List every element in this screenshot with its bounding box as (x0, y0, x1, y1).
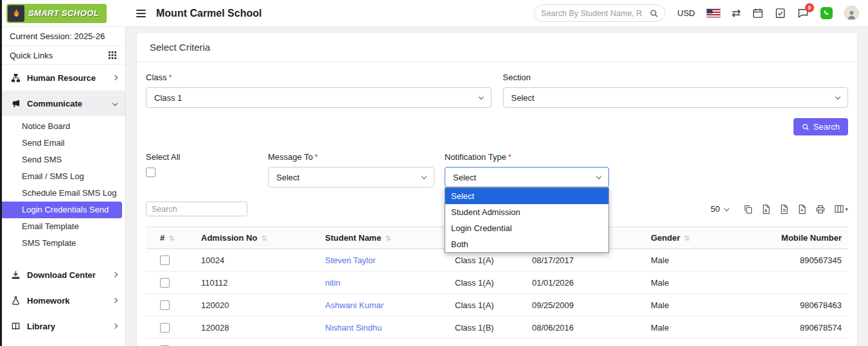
table-search-input[interactable] (146, 202, 247, 216)
table-row: 120028 Nishant Sindhu Class 1(B) 08/06/2… (146, 316, 848, 339)
dropdown-option-select[interactable]: Select (445, 188, 608, 204)
flask-icon (10, 296, 21, 306)
chevron-down-icon (112, 101, 118, 106)
select-all-checkbox[interactable] (146, 168, 155, 177)
dropdown-option-login-credential[interactable]: Login Credential (445, 220, 608, 236)
sidebar-item-send-sms[interactable]: Send SMS (2, 151, 125, 168)
chat-icon[interactable]: 0 (797, 8, 809, 19)
sidebar-item-label: Homework (27, 296, 107, 306)
dob-cell: 11/23/2006 (527, 339, 646, 346)
notification-type-label: Notification Type* (445, 152, 609, 162)
sidebar-item-email-sms-log[interactable]: Email / SMS Log (2, 168, 125, 185)
col-header-index[interactable]: #⇅ (146, 227, 196, 249)
mobile-cell: 980678463 (742, 294, 848, 316)
chevron-right-icon (112, 75, 118, 80)
col-header-admission-no[interactable]: Admission No⇅ (196, 227, 320, 249)
gender-cell: Male (646, 272, 742, 294)
column-visibility-icon[interactable]: ▾ (834, 204, 848, 214)
excel-export-icon[interactable] (761, 204, 771, 214)
sidebar-item-download-center[interactable]: Download Center (2, 262, 125, 288)
search-icon[interactable] (650, 9, 659, 18)
row-checkbox[interactable] (160, 323, 170, 333)
sidebar-item-library[interactable]: Library (2, 313, 125, 339)
criteria-form: Class* Class 1 Section Select (146, 73, 848, 108)
required-marker: * (508, 152, 511, 162)
search-button-row: Search (146, 118, 848, 135)
student-name-link[interactable]: nitin (325, 278, 341, 288)
user-avatar[interactable] (844, 6, 859, 21)
global-search[interactable] (534, 4, 666, 22)
current-session: Current Session: 2025-26 (2, 27, 125, 46)
csv-export-icon[interactable] (779, 204, 789, 214)
whatsapp-icon[interactable] (820, 7, 833, 19)
row-checkbox[interactable] (160, 278, 170, 288)
row-checkbox[interactable] (160, 255, 170, 265)
currency-selector[interactable]: USD (677, 8, 695, 18)
copy-icon[interactable] (743, 204, 753, 214)
class-select[interactable]: Class 1 (146, 87, 492, 108)
card-body: Class* Class 1 Section Select Search (137, 73, 857, 346)
sidebar-item-label: Human Resource (27, 73, 107, 83)
global-search-input[interactable] (541, 9, 650, 18)
table-row: 125005 Nehal Wadhera Class 1(A) 11/23/20… (146, 339, 848, 346)
select-all-label: Select All (146, 152, 268, 162)
message-to-select[interactable]: Select (268, 167, 434, 187)
section-label: Section (503, 73, 849, 82)
gender-cell: Male (646, 249, 742, 272)
tasks-icon[interactable] (775, 8, 786, 19)
student-name-link[interactable]: Steven Taylor (325, 255, 376, 265)
logo-flame-icon (8, 5, 24, 22)
notification-type-field: Notification Type* Select Select Student… (445, 152, 609, 187)
sidebar-item-notice-board[interactable]: Notice Board (2, 118, 125, 135)
dropdown-option-student-admission[interactable]: Student Admission (445, 204, 608, 220)
col-header-gender[interactable]: Gender⇅ (646, 227, 742, 249)
topbar: SMART SCHOOL Mount Carmel School USD ⇄ (0, 0, 868, 27)
chevron-right-icon (112, 298, 118, 303)
col-header-mobile-number[interactable]: Mobile Number (742, 227, 848, 249)
page-size-select[interactable]: 50 (711, 204, 729, 214)
topbar-main: Mount Carmel School USD ⇄ (126, 0, 868, 26)
sidebar-item-communicate[interactable]: Communicate (2, 91, 125, 116)
calendar-icon[interactable] (752, 8, 763, 19)
select-all-field: Select All (146, 152, 268, 187)
class-label: Class* (146, 73, 492, 82)
dob-cell: 09/25/2009 (527, 294, 646, 316)
mobile-cell: 890786784 (742, 339, 848, 346)
school-name: Mount Carmel School (156, 8, 261, 19)
chat-badge: 0 (805, 3, 814, 12)
row-checkbox[interactable] (160, 300, 170, 310)
app-logo[interactable]: SMART SCHOOL (6, 4, 107, 23)
sidebar-item-sms-template[interactable]: SMS Template (2, 235, 125, 252)
sidebar-item-send-email[interactable]: Send Email (2, 135, 125, 151)
section-select[interactable]: Select (503, 87, 849, 108)
caret-down-icon: ▾ (845, 206, 848, 212)
dropdown-option-both[interactable]: Both (445, 236, 608, 252)
notification-type-select[interactable]: Select (445, 167, 609, 187)
sidebar-item-login-credentials-send[interactable]: Login Credentials Send (2, 202, 122, 218)
print-icon[interactable] (815, 204, 826, 214)
sidebar: Current Session: 2025-26 Quick Links Hum… (0, 27, 126, 346)
window-edge (0, 0, 2, 346)
search-button[interactable]: Search (793, 118, 848, 135)
card-title: Select Criteria (137, 33, 857, 62)
exchange-icon[interactable]: ⇄ (732, 8, 741, 19)
topbar-actions: USD ⇄ 0 (534, 4, 859, 22)
sidebar-item-schedule-email-sms-log[interactable]: Schedule Email SMS Log (2, 185, 125, 202)
quick-links-label: Quick Links (10, 51, 53, 60)
class-cell: Class 1(A) (450, 339, 527, 346)
sidebar-item-label: Communicate (27, 99, 107, 108)
student-name-link[interactable]: Nishant Sindhu (325, 323, 382, 333)
student-name-link[interactable]: Ashwani Kumar (325, 300, 384, 310)
download-icon (10, 270, 21, 280)
pdf-export-icon[interactable] (797, 204, 807, 214)
sidebar-item-homework[interactable]: Homework (2, 288, 125, 313)
sort-icon: ⇅ (168, 234, 174, 242)
language-flag-icon[interactable] (707, 9, 720, 17)
sidebar-toggle-icon[interactable] (136, 10, 146, 17)
sidebar-item-human-resource[interactable]: Human Resource (2, 65, 125, 91)
sidebar-item-label: Download Center (27, 270, 107, 280)
quick-links[interactable]: Quick Links (2, 46, 125, 65)
col-header-student-name[interactable]: Student Name⇅ (320, 227, 450, 249)
sort-icon: ⇅ (684, 234, 690, 242)
sidebar-item-email-template[interactable]: Email Template (2, 218, 125, 235)
